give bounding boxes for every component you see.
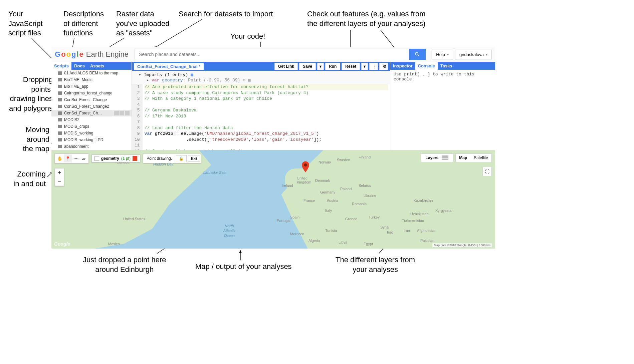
layers-button[interactable]: Layers — [421, 153, 454, 162]
script-title: ConSci_Forest_Change_final * — [134, 63, 204, 70]
color-swatch — [133, 156, 137, 161]
map-label-turkmenistan: Turkmenistan — [402, 219, 424, 223]
zoom-in-button[interactable]: + — [55, 168, 64, 177]
map-label-belarus: Belarus — [359, 184, 371, 188]
run-button[interactable]: Run — [325, 63, 340, 70]
search-icon — [414, 51, 420, 57]
map-label-romania: Romania — [352, 202, 367, 206]
hand-icon: ✋ — [57, 156, 62, 161]
reset-dropdown[interactable]: ▾ — [361, 63, 368, 70]
script-item[interactable]: MODIS_working — [51, 130, 132, 136]
pan-tool[interactable]: ✋ — [56, 154, 64, 162]
google-watermark: Google — [54, 241, 70, 247]
point-tool[interactable]: 📍 — [64, 154, 72, 162]
checkbox-icon[interactable] — [94, 156, 99, 161]
save-dropdown[interactable]: ▾ — [317, 63, 324, 70]
history-icon[interactable] — [114, 111, 119, 115]
map-label-tunisia: Tunisia — [325, 229, 337, 233]
zoom-out-button[interactable]: − — [55, 177, 64, 186]
map-label-algeria: Algeria — [308, 239, 320, 243]
map-label-turkey: Turkey — [369, 215, 380, 219]
file-icon — [58, 145, 62, 148]
script-list: 01 Add ALOS DEM to the mapBioTIME_ModisB… — [51, 70, 132, 163]
left-tabs: Scripts Docs Assets — [51, 62, 132, 70]
map-label-norway: Norway — [319, 160, 331, 164]
script-item[interactable]: abandonment — [51, 143, 132, 150]
script-item[interactable]: ConSci_Forest_Change — [51, 96, 132, 103]
script-item[interactable]: Cairngorms_forest_change — [51, 90, 132, 96]
settings-button[interactable]: ⚙ — [379, 63, 388, 70]
map-label-poland: Poland — [340, 187, 352, 191]
map-label-italy: Italy — [325, 209, 332, 213]
file-icon — [58, 91, 62, 95]
script-item[interactable]: MODIS_working_LPD — [51, 136, 132, 143]
imports-bar[interactable]: ▾ Imports (1 entry) ▦ ▸ var geometry: Po… — [132, 71, 390, 84]
tab-tasks[interactable]: Tasks — [438, 62, 455, 70]
delete-icon[interactable] — [125, 111, 130, 115]
map-label-finland: Finland — [359, 155, 371, 159]
geometry-layer[interactable]: geometry (1 pt) — [91, 154, 140, 162]
script-item[interactable]: BioTIME_Modis — [51, 76, 132, 83]
file-icon — [58, 98, 62, 101]
file-icon — [58, 105, 62, 108]
map-label-egypt: Egypt — [364, 242, 373, 246]
map-label-labrador: Labrador Sea — [203, 170, 226, 175]
file-icon — [58, 125, 62, 128]
code-header: ConSci_Forest_Change_final * Get Link Sa… — [132, 62, 390, 71]
console-output: Use print(...) to write to this console. — [390, 70, 495, 84]
fullscreen-button[interactable]: ⛶ — [482, 167, 492, 176]
tab-scripts[interactable]: Scripts — [51, 62, 71, 70]
file-icon — [58, 71, 62, 75]
script-item[interactable]: ConSci_Forest_Ch… — [51, 110, 132, 116]
tab-inspector[interactable]: Inspector — [390, 62, 415, 70]
layers-icon — [442, 155, 448, 160]
line-icon: 〰 — [74, 156, 78, 161]
file-icon — [58, 118, 62, 121]
map-label-portugal: Portugal — [277, 219, 290, 223]
polygon-tool[interactable]: ▱ — [80, 154, 88, 162]
apps-button[interactable]: ⋮⋮⋮ — [369, 63, 378, 70]
tab-assets[interactable]: Assets — [87, 62, 107, 70]
map-label-iraq: Iraq — [387, 230, 393, 234]
user-menu[interactable]: gndaskalova▾ — [455, 50, 492, 59]
map-label-us: United States — [123, 217, 145, 221]
script-item[interactable]: BioTIME_app — [51, 83, 132, 90]
reset-button[interactable]: Reset — [342, 63, 360, 70]
maptype-map[interactable]: Map — [456, 154, 470, 162]
exit-button[interactable]: Exit — [188, 155, 200, 162]
svg-line-3 — [154, 19, 202, 48]
map-label-france: France — [303, 199, 315, 203]
save-button[interactable]: Save — [299, 63, 316, 70]
map-label-libya: Libya — [339, 240, 347, 244]
line-tool[interactable]: 〰 — [72, 154, 80, 162]
script-item[interactable]: MODIS2 — [51, 116, 132, 123]
map-label-uk: United Kingdom — [297, 176, 311, 184]
help-button[interactable]: Help▾ — [432, 50, 453, 59]
tab-console[interactable]: Console — [415, 62, 438, 70]
search-button[interactable] — [409, 49, 426, 60]
maptype-satellite[interactable]: Satellite — [470, 154, 491, 162]
map-label-austria: Austria — [327, 199, 338, 203]
map-label-morocco: Morocco — [290, 232, 304, 236]
tab-docs[interactable]: Docs — [71, 62, 87, 70]
map-label-kazakhstan: Kazakhstan — [414, 199, 433, 203]
file-icon — [58, 85, 62, 88]
script-item[interactable]: MODIS_crops — [51, 123, 132, 130]
search-input[interactable] — [135, 49, 409, 60]
getlink-button[interactable]: Get Link — [274, 63, 298, 70]
map-pin[interactable] — [302, 161, 309, 173]
file-icon — [58, 131, 62, 135]
map-toolbar: ✋ 📍 〰 ▱ geometry (1 pt) Point drawing. 🔒… — [55, 153, 201, 163]
edit-icon[interactable] — [120, 111, 124, 115]
map-label-ukraine: Ukraine — [364, 194, 376, 198]
script-item[interactable]: 01 Add ALOS DEM to the map — [51, 70, 132, 76]
map[interactable]: Hudson Bay Labrador Sea North Atlantic O… — [51, 150, 495, 249]
lock-button[interactable]: 🔒 — [176, 155, 187, 162]
right-tabs: Inspector Console Tasks — [390, 62, 495, 70]
script-item[interactable]: ConSci_Forest_Change2 — [51, 103, 132, 110]
map-label-syria: Syria — [380, 225, 389, 229]
map-label-denmark: Denmark — [315, 178, 330, 183]
gear-icon: ⚙ — [383, 64, 387, 69]
logo: Google Earth Engine — [55, 50, 129, 59]
point-drawing-label: Point drawing. — [144, 155, 175, 162]
